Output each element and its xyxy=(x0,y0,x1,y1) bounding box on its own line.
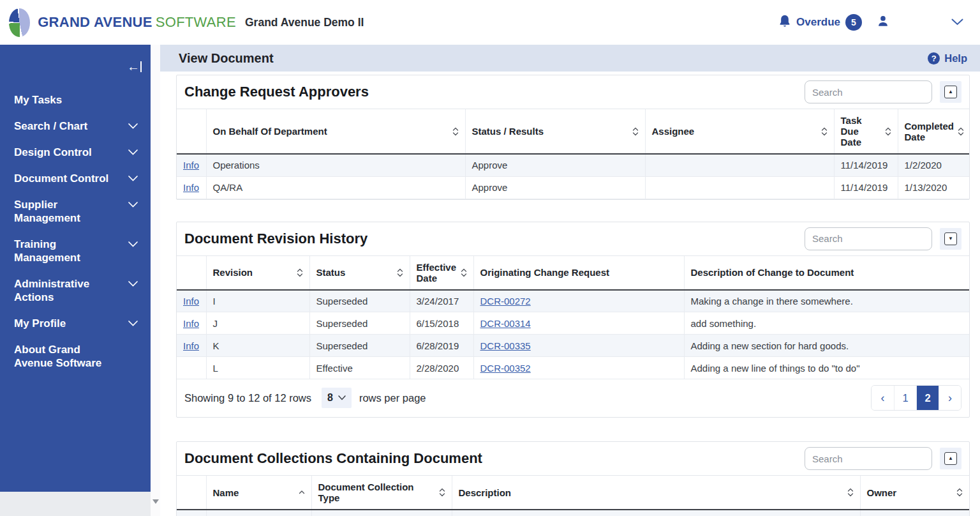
table-row: Info J Superseded 6/15/2018 DCR-00314 ad… xyxy=(177,312,969,335)
chevron-down-icon xyxy=(128,149,138,155)
collapse-section-button[interactable]: ▲ xyxy=(940,448,961,469)
sidebar-collapse-button[interactable]: ← xyxy=(127,60,142,73)
sidebar-item-about[interactable]: About Grand Avenue Software xyxy=(0,337,151,376)
next-page-button[interactable]: › xyxy=(939,386,961,410)
chevron-down-icon xyxy=(128,123,138,129)
chevron-down-icon xyxy=(128,241,138,247)
sort-icon[interactable] xyxy=(452,126,459,137)
column-header-status: Status xyxy=(309,255,410,290)
sort-icon[interactable] xyxy=(297,268,303,278)
sidebar: ← My Tasks Search / Chart Design Control… xyxy=(0,45,151,492)
pagination-summary: Showing 9 to 12 of 12 rows xyxy=(184,392,311,404)
logo-icon xyxy=(9,8,30,37)
column-header-collection-type: Document Collection Type xyxy=(311,476,452,510)
column-header-completed-date: Completed Date xyxy=(898,109,969,155)
approvers-table: On Behalf Of Department Status / Results… xyxy=(177,109,969,199)
expand-section-button[interactable]: ▼ xyxy=(940,228,961,250)
change-request-approvers-section: Change Request Approvers ▲ On Behalf Of … xyxy=(176,75,970,200)
column-header-assignee: Assignee xyxy=(645,109,834,155)
sort-icon[interactable] xyxy=(439,487,445,497)
column-header-name: Name xyxy=(206,476,311,510)
change-request-link[interactable]: DCR-00352 xyxy=(480,363,531,374)
info-link[interactable]: Info xyxy=(183,318,199,329)
bell-icon xyxy=(778,14,791,31)
change-request-link[interactable]: DCR-00314 xyxy=(480,318,531,329)
column-header-department: On Behalf Of Department xyxy=(206,109,465,155)
revision-history-table: Revision Status Effective Date Originati… xyxy=(177,255,969,380)
sidebar-item-supplier-management[interactable]: Supplier Management xyxy=(0,192,151,231)
search-input[interactable] xyxy=(805,227,932,250)
table-row: Info I Superseded 3/24/2017 DCR-00272 Ma… xyxy=(177,290,969,312)
info-column-header xyxy=(177,476,206,510)
pager: ‹ 1 2 › xyxy=(871,385,961,411)
sort-icon[interactable] xyxy=(461,268,467,278)
sort-icon[interactable] xyxy=(847,487,854,497)
sidebar-item-my-profile[interactable]: My Profile xyxy=(0,310,151,337)
column-header-owner: Owner xyxy=(860,476,969,510)
table-row: L Effective 2/28/2020 DCR-00352 Adding a… xyxy=(177,357,969,379)
help-label: Help xyxy=(944,52,967,64)
sort-icon[interactable] xyxy=(632,126,639,137)
change-request-link[interactable]: DCR-00272 xyxy=(480,296,531,307)
chevron-down-icon xyxy=(951,17,963,28)
info-link[interactable]: Info xyxy=(183,340,199,351)
chevron-down-icon xyxy=(128,281,138,287)
page-2-button[interactable]: 2 xyxy=(916,386,939,410)
info-column-header xyxy=(177,109,206,155)
section-title: Document Collections Containing Document xyxy=(184,450,482,467)
info-link[interactable]: Info xyxy=(183,296,199,307)
sort-ascending-icon[interactable] xyxy=(299,487,305,497)
chevron-down-icon xyxy=(128,176,138,181)
sort-icon[interactable] xyxy=(821,126,828,137)
scrollbar-down-arrow-icon[interactable] xyxy=(152,499,159,504)
sort-icon[interactable] xyxy=(397,268,403,278)
info-link[interactable]: Info xyxy=(183,160,199,171)
sidebar-item-my-tasks[interactable]: My Tasks xyxy=(0,87,151,113)
table-row: Info Operations Approve 11/14/2019 1/2/2… xyxy=(177,154,969,176)
account-menu-chevron-button[interactable] xyxy=(951,17,963,28)
document-collections-section: Document Collections Containing Document… xyxy=(176,441,970,516)
collapse-bar-icon xyxy=(140,61,142,72)
collapse-down-icon: ▼ xyxy=(944,232,957,245)
sidebar-item-design-control[interactable]: Design Control xyxy=(0,139,151,165)
table-row: Info K Superseded 6/28/2019 DCR-00335 Ad… xyxy=(177,335,969,357)
document-revision-history-section: Document Revision History ▼ Revision Sta… xyxy=(176,222,970,418)
overdue-label: Overdue xyxy=(796,16,840,29)
user-account-button[interactable] xyxy=(876,14,890,31)
app-title: Grand Avenue Demo II xyxy=(245,16,364,29)
company-logo[interactable]: GRAND AVENUESOFTWARE xyxy=(9,8,236,37)
sidebar-item-training-management[interactable]: Training Management xyxy=(0,231,151,271)
help-button[interactable]: ? Help xyxy=(928,52,967,64)
help-icon: ? xyxy=(928,52,940,64)
change-request-link[interactable]: DCR-00335 xyxy=(480,340,531,351)
brand-secondary: SOFTWARE xyxy=(156,14,236,30)
collections-table: Name Document Collection Type Descriptio… xyxy=(177,475,969,516)
page-1-button[interactable]: 1 xyxy=(894,386,916,410)
person-icon xyxy=(876,14,890,31)
pagination-bar: Showing 9 to 12 of 12 rows 8 rows per pa… xyxy=(177,379,969,417)
app-header: GRAND AVENUESOFTWARE Grand Avenue Demo I… xyxy=(0,0,980,45)
info-link[interactable]: Info xyxy=(183,182,199,193)
collapse-up-icon: ▲ xyxy=(944,452,957,465)
rows-per-page-select[interactable]: 8 xyxy=(322,388,352,408)
sidebar-item-administrative-actions[interactable]: Administrative Actions xyxy=(0,271,151,310)
sidebar-nav: My Tasks Search / Chart Design Control D… xyxy=(0,87,151,376)
sort-icon[interactable] xyxy=(956,487,963,497)
info-column-header xyxy=(177,255,206,290)
sidebar-item-document-control[interactable]: Document Control xyxy=(0,165,151,192)
brand-primary: GRAND AVENUE xyxy=(38,14,152,30)
search-input[interactable] xyxy=(805,80,932,103)
sidebar-item-search-chart[interactable]: Search / Chart xyxy=(0,113,151,139)
overdue-notifications-button[interactable]: Overdue 5 xyxy=(778,14,862,31)
sort-icon[interactable] xyxy=(885,126,891,137)
collapse-section-button[interactable]: ▲ xyxy=(940,81,961,103)
previous-page-button[interactable]: ‹ xyxy=(872,386,894,410)
column-header-task-due-date: Task Due Date xyxy=(834,109,898,155)
search-input[interactable] xyxy=(805,447,932,470)
main-content: View Document ? Help Change Request Appr… xyxy=(160,45,980,516)
brand-text: GRAND AVENUESOFTWARE xyxy=(38,14,236,31)
vertical-scrollbar[interactable] xyxy=(151,45,160,516)
overdue-count-badge: 5 xyxy=(845,14,862,31)
column-header-originating-change-request: Originating Change Request xyxy=(473,255,684,290)
sort-icon[interactable] xyxy=(958,126,964,137)
